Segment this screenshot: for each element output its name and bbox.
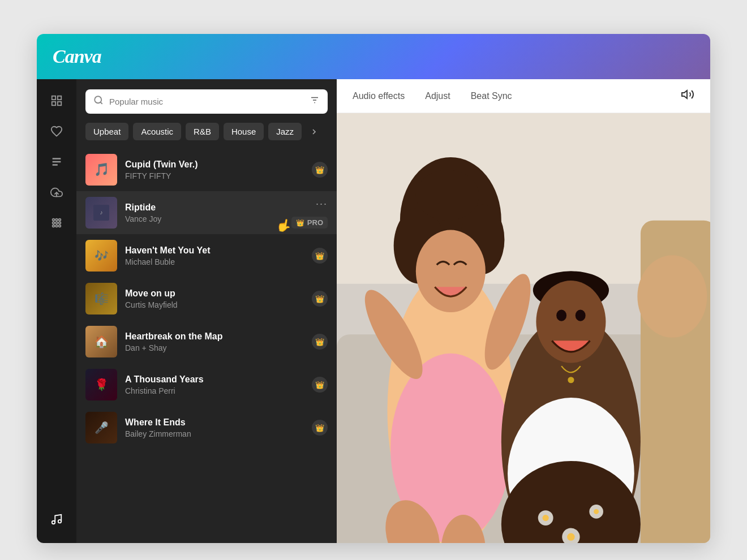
song-thumb-havent: 🎶 bbox=[85, 240, 117, 272]
search-icon bbox=[93, 95, 104, 108]
svg-point-12 bbox=[55, 225, 58, 227]
svg-point-33 bbox=[416, 230, 486, 312]
song-item-riptide[interactable]: ♪ Riptide Vance Joy ··· 👑 PRO bbox=[76, 191, 337, 234]
content-tabs: Audio effects Adjust Beat Sync bbox=[337, 79, 710, 113]
cursor-pointer: 👆 bbox=[275, 217, 293, 234]
song-item-where[interactable]: 🎤 Where It Ends Bailey Zimmerman 👑 bbox=[76, 406, 337, 449]
icon-sidebar bbox=[37, 79, 76, 543]
volume-icon[interactable] bbox=[681, 88, 694, 105]
svg-point-16 bbox=[95, 96, 101, 103]
main-body: Upbeat Acoustic R&B House Jazz 🎵 bbox=[37, 79, 710, 543]
sidebar-item-elements[interactable] bbox=[44, 119, 69, 144]
svg-point-48 bbox=[594, 509, 599, 514]
chip-rnb[interactable]: R&B bbox=[186, 123, 219, 140]
song-badge-moveup: 👑 bbox=[312, 291, 328, 307]
svg-point-55 bbox=[568, 377, 574, 383]
svg-point-46 bbox=[567, 533, 574, 540]
song-thumb-cupid: 🎵 bbox=[85, 154, 117, 186]
chip-house[interactable]: House bbox=[224, 123, 264, 140]
song-artist-cupid: FIFTY FIFTY bbox=[125, 171, 304, 180]
tab-audio-effects[interactable]: Audio effects bbox=[353, 89, 405, 104]
svg-point-10 bbox=[59, 222, 61, 224]
song-badge-heartbreak: 👑 bbox=[312, 334, 328, 350]
svg-rect-0 bbox=[52, 96, 55, 100]
song-item-moveup[interactable]: 🎼 Move on up Curtis Mayfield 👑 bbox=[76, 277, 337, 320]
song-item-heartbreak[interactable]: 🏠 Heartbreak on the Map Dan + Shay 👑 bbox=[76, 320, 337, 363]
top-header: Canva bbox=[37, 34, 710, 79]
chip-upbeat[interactable]: Upbeat bbox=[85, 123, 128, 140]
content-area: Audio effects Adjust Beat Sync bbox=[337, 79, 710, 543]
song-info-moveup: Move on up Curtis Mayfield bbox=[125, 288, 304, 309]
crown-icon-moveup: 👑 bbox=[312, 291, 328, 307]
song-badge-where: 👑 bbox=[312, 420, 328, 436]
sidebar-item-upload[interactable] bbox=[44, 180, 69, 205]
canva-logo: Canva bbox=[53, 46, 101, 67]
search-bar bbox=[85, 89, 328, 114]
svg-text:♪: ♪ bbox=[100, 209, 102, 216]
photo-area bbox=[337, 113, 710, 543]
svg-rect-3 bbox=[58, 102, 61, 105]
song-info-havent: Haven't Met You Yet Michael Buble bbox=[125, 245, 304, 266]
sidebar-item-apps[interactable] bbox=[44, 210, 69, 235]
song-title-havent: Haven't Met You Yet bbox=[125, 245, 304, 256]
sidebar-item-music[interactable] bbox=[44, 507, 69, 532]
song-title-riptide: Riptide bbox=[125, 203, 328, 213]
crown-icon-cupid: 👑 bbox=[312, 162, 328, 178]
song-thumb-thousand: 🌹 bbox=[85, 369, 117, 400]
sidebar-item-layout[interactable] bbox=[44, 88, 69, 113]
crown-icon-heartbreak: 👑 bbox=[312, 334, 328, 350]
sidebar-item-text[interactable] bbox=[44, 149, 69, 174]
song-badge-cupid: 👑 bbox=[312, 162, 328, 178]
tab-beat-sync[interactable]: Beat Sync bbox=[471, 89, 512, 104]
svg-point-7 bbox=[59, 219, 61, 221]
svg-point-40 bbox=[556, 310, 566, 321]
chip-acoustic[interactable]: Acoustic bbox=[133, 123, 181, 140]
tab-adjust[interactable]: Adjust bbox=[425, 89, 450, 104]
music-panel: Upbeat Acoustic R&B House Jazz 🎵 bbox=[76, 79, 337, 543]
song-artist-where: Bailey Zimmerman bbox=[125, 429, 304, 438]
song-badge-thousand: 👑 bbox=[312, 377, 328, 393]
svg-point-44 bbox=[543, 515, 549, 521]
filter-icon[interactable] bbox=[310, 95, 320, 108]
song-item-havent[interactable]: 🎶 Haven't Met You Yet Michael Buble 👑 bbox=[76, 234, 337, 277]
song-thumb-moveup: 🎼 bbox=[85, 283, 117, 315]
song-item-cupid[interactable]: 🎵 Cupid (Twin Ver.) FIFTY FIFTY 👑 bbox=[76, 148, 337, 191]
song-title-thousand: A Thousand Years bbox=[125, 374, 304, 385]
svg-line-17 bbox=[100, 102, 102, 104]
svg-point-8 bbox=[53, 222, 55, 224]
crown-icon-havent: 👑 bbox=[312, 248, 328, 264]
svg-rect-1 bbox=[58, 96, 61, 100]
song-thumb-where: 🎤 bbox=[85, 412, 117, 443]
search-container bbox=[76, 79, 337, 120]
more-button-riptide[interactable]: ··· bbox=[316, 198, 328, 210]
song-thumb-riptide: ♪ bbox=[85, 197, 117, 229]
song-info-where: Where It Ends Bailey Zimmerman bbox=[125, 417, 304, 438]
svg-point-5 bbox=[53, 219, 55, 221]
song-thumb-heartbreak: 🏠 bbox=[85, 326, 117, 357]
song-item-thousand[interactable]: 🌹 A Thousand Years Christina Perri 👑 bbox=[76, 363, 337, 406]
song-info-thousand: A Thousand Years Christina Perri bbox=[125, 374, 304, 395]
svg-point-13 bbox=[59, 225, 61, 227]
song-title-cupid: Cupid (Twin Ver.) bbox=[125, 160, 304, 170]
song-title-moveup: Move on up bbox=[125, 288, 304, 299]
song-artist-heartbreak: Dan + Shay bbox=[125, 343, 304, 352]
chip-jazz[interactable]: Jazz bbox=[268, 123, 302, 140]
svg-marker-23 bbox=[682, 91, 687, 98]
song-artist-thousand: Christina Perri bbox=[125, 386, 304, 395]
svg-point-52 bbox=[637, 255, 707, 337]
crown-icon-where: 👑 bbox=[312, 420, 328, 436]
chip-more[interactable] bbox=[306, 123, 322, 140]
song-artist-havent: Michael Buble bbox=[125, 257, 304, 266]
svg-point-11 bbox=[53, 225, 55, 227]
crown-icon-thousand: 👑 bbox=[312, 377, 328, 393]
svg-point-14 bbox=[52, 521, 55, 524]
pro-badge-riptide: 👑 PRO bbox=[291, 217, 328, 229]
song-artist-moveup: Curtis Mayfield bbox=[125, 300, 304, 309]
svg-point-32 bbox=[416, 170, 479, 220]
song-title-where: Where It Ends bbox=[125, 417, 304, 428]
app-window: Canva bbox=[37, 34, 710, 543]
genre-chips: Upbeat Acoustic R&B House Jazz bbox=[76, 120, 337, 148]
search-input[interactable] bbox=[109, 97, 304, 106]
svg-point-41 bbox=[576, 310, 586, 321]
song-list: 🎵 Cupid (Twin Ver.) FIFTY FIFTY 👑 bbox=[76, 148, 337, 543]
